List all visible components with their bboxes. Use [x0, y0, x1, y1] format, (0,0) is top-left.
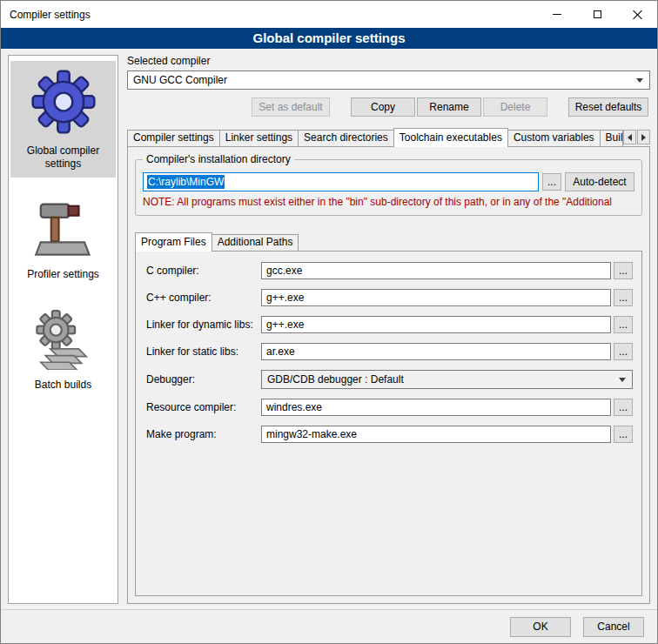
cpp-compiler-input[interactable]	[261, 289, 611, 306]
resource-compiler-browse-button[interactable]: ...	[614, 399, 633, 416]
debugger-value: GDB/CDB debugger : Default	[267, 373, 404, 386]
dynamic-linker-browse-button[interactable]: ...	[614, 316, 633, 333]
selected-compiler-label: Selected compiler	[127, 55, 650, 67]
chevron-down-icon	[636, 78, 643, 83]
resource-compiler-row: Resource compiler: ...	[146, 399, 633, 416]
reset-defaults-button[interactable]: Reset defaults	[568, 97, 648, 117]
blue-gear-icon	[30, 68, 97, 136]
installation-directory-group: Compiler's installation directory C:\ray…	[135, 159, 642, 216]
make-program-label: Make program:	[146, 428, 261, 440]
tab-scroll-buttons	[622, 130, 650, 144]
toolchain-executables-panel: Compiler's installation directory C:\ray…	[127, 146, 650, 604]
rename-button[interactable]: Rename	[417, 97, 481, 117]
program-files-panel: C compiler: ... C++ compiler: ... Linker…	[135, 251, 642, 596]
minimize-icon	[553, 14, 561, 15]
dialog-header: Global compiler settings	[1, 28, 657, 49]
cpp-compiler-browse-button[interactable]: ...	[614, 289, 633, 306]
window-title: Compiler settings	[1, 9, 537, 21]
make-program-input[interactable]	[261, 426, 611, 443]
compiler-settings-window: Compiler settings Global compiler settin…	[0, 0, 658, 644]
static-linker-label: Linker for static libs:	[146, 345, 261, 358]
resource-compiler-label: Resource compiler:	[146, 401, 261, 413]
c-compiler-browse-button[interactable]: ...	[614, 262, 633, 279]
installation-directory-group-title: Compiler's installation directory	[143, 153, 294, 165]
sidebar-item-label: Global compiler settings	[12, 144, 114, 171]
dialog-body: Global compiler settings Profiler settin…	[1, 49, 657, 609]
selected-compiler-dropdown[interactable]: GNU GCC Compiler	[127, 70, 650, 90]
chevron-down-icon	[619, 378, 626, 382]
debugger-label: Debugger:	[146, 373, 261, 386]
close-button[interactable]	[617, 1, 657, 28]
sidebar-item-global-compiler-settings[interactable]: Global compiler settings	[10, 61, 116, 178]
resource-compiler-input[interactable]	[261, 399, 611, 416]
compiler-actions: Set as default Copy Rename Delete Reset …	[127, 97, 648, 117]
sidebar-item-label: Batch builds	[12, 379, 114, 392]
installation-directory-input[interactable]: C:\raylib\MinGW	[143, 172, 539, 191]
main-panel: Selected compiler GNU GCC Compiler Set a…	[127, 55, 650, 604]
cpp-compiler-label: C++ compiler:	[146, 292, 261, 304]
dynamic-linker-input[interactable]	[261, 316, 611, 333]
tab-linker-settings[interactable]: Linker settings	[219, 130, 299, 146]
profiler-hammer-icon	[33, 198, 94, 259]
installation-directory-value: C:\raylib\MinGW	[147, 175, 225, 189]
minimize-button[interactable]	[537, 1, 577, 28]
debugger-dropdown[interactable]: GDB/CDB debugger : Default	[261, 370, 633, 389]
ok-button[interactable]: OK	[510, 617, 571, 637]
c-compiler-row: C compiler: ...	[146, 262, 633, 279]
tab-scroll-left-button[interactable]	[623, 130, 636, 144]
settings-tabstrip: Compiler settings Linker settings Search…	[127, 127, 650, 146]
batch-builds-gear-icon	[33, 309, 94, 370]
tab-compiler-settings[interactable]: Compiler settings	[127, 130, 220, 146]
bin-subdirectory-note: NOTE: All programs must exist either in …	[143, 196, 634, 208]
dialog-footer: OK Cancel	[1, 609, 657, 643]
close-icon	[633, 10, 642, 19]
tab-build-options[interactable]: Build	[600, 130, 623, 146]
tab-program-files[interactable]: Program Files	[135, 232, 212, 252]
settings-sidebar: Global compiler settings Profiler settin…	[8, 55, 118, 604]
tab-scroll-right-button[interactable]	[637, 130, 650, 144]
static-linker-input[interactable]	[261, 343, 611, 360]
auto-detect-button[interactable]: Auto-detect	[565, 172, 634, 191]
static-linker-browse-button[interactable]: ...	[614, 343, 633, 360]
delete-button[interactable]: Delete	[483, 97, 547, 117]
sidebar-item-label: Profiler settings	[12, 268, 114, 281]
installation-directory-browse-button[interactable]: ...	[542, 173, 561, 191]
installation-directory-row: C:\raylib\MinGW ... Auto-detect	[143, 172, 634, 191]
dynamic-linker-row: Linker for dynamic libs: ...	[146, 316, 633, 333]
tab-search-directories[interactable]: Search directories	[298, 130, 394, 146]
make-program-row: Make program: ...	[146, 426, 633, 443]
arrow-right-icon	[641, 134, 646, 141]
tab-custom-variables[interactable]: Custom variables	[507, 130, 601, 146]
sidebar-item-batch-builds[interactable]: Batch builds	[10, 302, 116, 399]
sidebar-item-profiler-settings[interactable]: Profiler settings	[10, 191, 116, 288]
arrow-left-icon	[628, 134, 632, 141]
copy-button[interactable]: Copy	[351, 97, 415, 117]
static-linker-row: Linker for static libs: ...	[146, 343, 633, 360]
cpp-compiler-row: C++ compiler: ...	[146, 289, 633, 306]
program-files-tabstrip: Program Files Additional Paths	[135, 231, 642, 251]
tab-toolchain-executables[interactable]: Toolchain executables	[393, 128, 508, 147]
selected-compiler-value: GNU GCC Compiler	[133, 74, 227, 86]
set-as-default-button[interactable]: Set as default	[252, 97, 330, 117]
titlebar: Compiler settings	[1, 1, 657, 28]
maximize-icon	[594, 10, 601, 18]
maximize-button[interactable]	[577, 1, 617, 28]
window-controls	[537, 1, 657, 28]
dynamic-linker-label: Linker for dynamic libs:	[146, 319, 261, 331]
c-compiler-input[interactable]	[261, 262, 611, 279]
cancel-button[interactable]: Cancel	[583, 617, 644, 637]
tab-additional-paths[interactable]: Additional Paths	[212, 234, 299, 251]
make-program-browse-button[interactable]: ...	[614, 426, 633, 443]
debugger-row: Debugger: GDB/CDB debugger : Default	[146, 370, 633, 389]
c-compiler-label: C compiler:	[146, 265, 261, 277]
